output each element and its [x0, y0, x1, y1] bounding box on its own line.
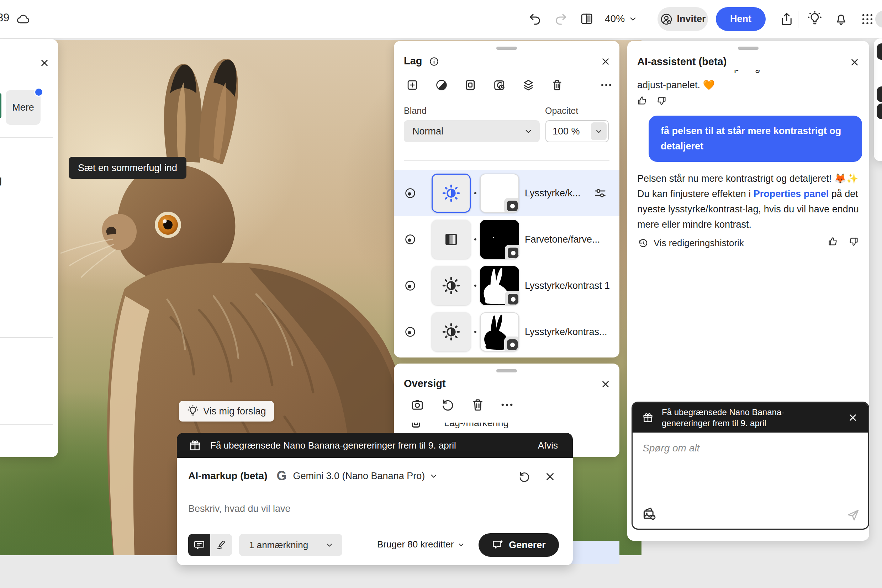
- share-export-icon[interactable]: [779, 11, 794, 27]
- panel-drag-handle[interactable]: [496, 369, 517, 372]
- panel-divider: [0, 424, 52, 425]
- chevron-down-icon: [428, 471, 439, 481]
- close-icon[interactable]: [39, 58, 50, 68]
- layer-thumbnail[interactable]: [432, 220, 471, 259]
- opacity-label: Opacitet: [545, 106, 578, 116]
- comment-mode-button[interactable]: [188, 534, 210, 556]
- reset-icon[interactable]: [518, 470, 531, 483]
- brush-mode-button[interactable]: [210, 534, 232, 556]
- properties-panel-link[interactable]: Properties panel: [753, 189, 829, 199]
- layer-visibility-icon[interactable]: [404, 279, 417, 292]
- layer-visibility-icon[interactable]: [404, 233, 417, 246]
- download-button[interactable]: Hent: [716, 7, 766, 31]
- layer-mask-thumbnail[interactable]: [480, 174, 519, 213]
- more-options-icon[interactable]: [600, 78, 613, 92]
- clipped-label: g: [0, 174, 2, 186]
- thumbs-down-icon[interactable]: [848, 236, 859, 247]
- google-g-icon: G: [276, 468, 286, 483]
- generate-sparkle-icon: [492, 538, 504, 551]
- layer-visibility-icon[interactable]: [404, 326, 417, 338]
- panel-drag-handle[interactable]: [738, 46, 759, 50]
- thumbs-down-icon[interactable]: [656, 95, 667, 106]
- invite-button[interactable]: Inviter: [657, 7, 708, 31]
- adjust-settings-icon[interactable]: [593, 186, 608, 200]
- annotation-count-select[interactable]: 1 anmærkning: [239, 534, 342, 556]
- top-toolbar: 39 40% Inviter Hent: [0, 0, 882, 38]
- generate-button[interactable]: Generer: [478, 533, 559, 557]
- delete-icon[interactable]: [470, 398, 485, 412]
- chevron-down-icon: [456, 540, 466, 549]
- layer-mask-thumbnail[interactable]: [480, 266, 519, 305]
- mask-badge: [504, 336, 519, 351]
- layer-mask-thumbnail[interactable]: [480, 312, 519, 351]
- blend-mode-value: Normal: [412, 126, 443, 137]
- layer-row[interactable]: Lysstyrke/kontras...: [394, 309, 620, 355]
- layer-thumbnail[interactable]: [432, 266, 471, 305]
- zoom-control[interactable]: 40%: [605, 10, 638, 28]
- layer-row-selected[interactable]: Lysstyrke/k...: [394, 170, 620, 216]
- toolbar-divider: [798, 10, 798, 28]
- close-icon[interactable]: [849, 57, 860, 68]
- show-suggestions-button[interactable]: Vis mig forslag: [179, 401, 274, 422]
- prompt-placeholder[interactable]: Beskriv, hvad du vil lave: [188, 503, 291, 514]
- opacity-stepper[interactable]: [591, 122, 607, 140]
- layer-mask-thumbnail[interactable]: [480, 220, 519, 259]
- blend-mode-select[interactable]: Normal: [404, 120, 540, 142]
- delete-layer-icon[interactable]: [550, 78, 564, 92]
- undo-icon[interactable]: [528, 12, 542, 26]
- adjustment-layer-icon[interactable]: [435, 78, 448, 92]
- model-selector-label[interactable]: Gemini 3.0 (Nano Banana Pro): [293, 471, 425, 482]
- clipped-icon-button[interactable]: [877, 44, 882, 60]
- credits-dropdown[interactable]: Bruger 80 kreditter: [377, 539, 466, 550]
- close-icon[interactable]: [600, 379, 611, 390]
- more-options-icon[interactable]: [500, 398, 514, 412]
- mask-badge: [505, 245, 519, 259]
- compare-view-icon[interactable]: [579, 11, 594, 26]
- layer-thumbnail[interactable]: [432, 312, 471, 351]
- history-item-label: Lag-/markering: [444, 423, 509, 429]
- revert-icon[interactable]: [441, 398, 455, 412]
- ask-placeholder[interactable]: Spørg om alt: [642, 442, 868, 454]
- redo-icon[interactable]: [554, 12, 568, 26]
- add-layer-icon[interactable]: [406, 78, 419, 92]
- clipped-icon-button[interactable]: [877, 104, 882, 119]
- generative-layer-icon[interactable]: [492, 78, 507, 93]
- opacity-input[interactable]: 100 %: [545, 120, 609, 142]
- close-icon[interactable]: [600, 56, 611, 67]
- generate-label: Generer: [509, 540, 546, 550]
- chevron-down-icon: [628, 14, 638, 24]
- clipped-icon-button[interactable]: [877, 87, 882, 102]
- layer-thumbnail[interactable]: [432, 174, 471, 213]
- chevron-down-icon: [523, 126, 534, 136]
- layer-visibility-icon[interactable]: [404, 187, 417, 200]
- notifications-bell-icon[interactable]: [834, 11, 849, 27]
- avatar-clipped[interactable]: [875, 10, 882, 28]
- snapshot-camera-icon[interactable]: [410, 398, 425, 412]
- merge-layers-icon[interactable]: [522, 78, 535, 92]
- thumbs-up-icon[interactable]: [636, 95, 648, 106]
- link-dot: [474, 192, 476, 194]
- promo-banner: Få ubegrænsede Nano Banana-genereringer …: [177, 433, 573, 458]
- send-icon[interactable]: [846, 508, 860, 522]
- edit-history-button[interactable]: Vis redigeringshistorik: [637, 237, 744, 249]
- invite-label: Inviter: [677, 14, 705, 24]
- layer-row[interactable]: Farvetone/farve...: [394, 216, 620, 262]
- assistant-input-box[interactable]: Få ubegrænsede Nano Banana-genereringer …: [632, 402, 869, 530]
- promo-dismiss-button[interactable]: Afvis: [538, 440, 558, 451]
- layer-mask-icon[interactable]: [464, 78, 477, 92]
- layer-row[interactable]: Lysstyrke/kontrast 1: [394, 262, 620, 309]
- apps-grid-icon[interactable]: [860, 12, 875, 27]
- left-tools-panel: Mere g: [0, 39, 58, 457]
- comment-icon: [193, 539, 205, 551]
- panel-drag-handle[interactable]: [496, 46, 517, 50]
- thumbs-up-icon[interactable]: [827, 236, 838, 247]
- layers-panel-title: Lag: [404, 55, 422, 67]
- close-icon[interactable]: [848, 412, 858, 423]
- close-icon[interactable]: [544, 471, 556, 483]
- add-image-icon[interactable]: [642, 506, 657, 522]
- history-row-clipped[interactable]: Lag-/markering: [410, 423, 580, 433]
- info-icon[interactable]: [429, 56, 440, 67]
- overview-panel-title: Oversigt: [404, 378, 446, 390]
- layers-panel: Lag Bland Opacitet Normal 100 % Lysstyrk…: [394, 41, 620, 357]
- assistant-lightbulb-icon[interactable]: [807, 10, 823, 27]
